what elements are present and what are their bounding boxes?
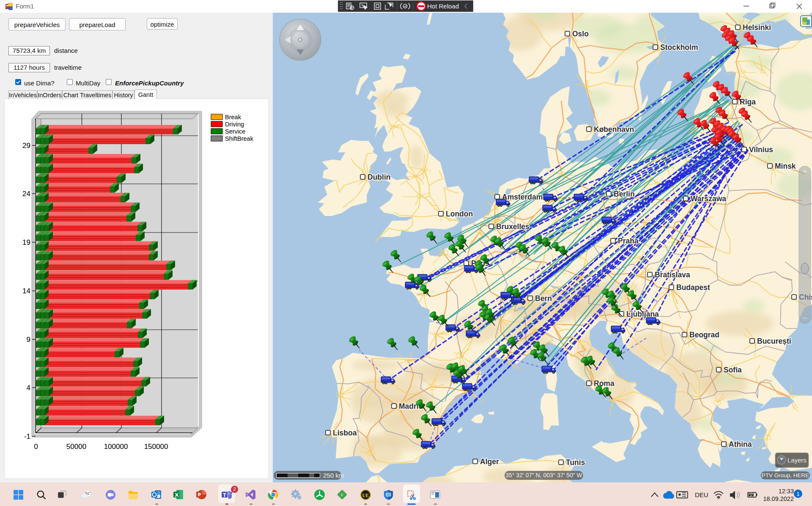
svg-text:12:33: 12:33: [779, 488, 794, 495]
svg-text:0: 0: [34, 443, 38, 451]
svg-text:London: London: [446, 210, 473, 218]
svg-text:150000: 150000: [144, 443, 168, 451]
svg-text:Budapest: Budapest: [676, 283, 710, 292]
svg-text:35° 32’ 07” N, 003° 37’ 50” W: 35° 32’ 07” N, 003° 37’ 50” W: [505, 472, 582, 479]
svg-text:-1: -1: [24, 432, 30, 440]
svg-text:Beograd: Beograd: [689, 331, 719, 339]
svg-text:Warszawa: Warszawa: [691, 194, 726, 203]
svg-text:Vilnius: Vilnius: [749, 145, 773, 154]
svg-text:Oslo: Oslo: [572, 30, 589, 38]
svg-text:Layers: Layers: [787, 457, 807, 464]
svg-text:Hot Reload: Hot Reload: [427, 3, 459, 10]
svg-text:DEU: DEU: [695, 491, 708, 498]
svg-text:Bratislava: Bratislava: [655, 271, 690, 279]
svg-text:Roma: Roma: [594, 379, 614, 388]
svg-text:Tunis: Tunis: [566, 458, 585, 467]
svg-text:–: –: [802, 313, 807, 322]
svg-text:14: 14: [22, 287, 30, 295]
svg-text:29: 29: [22, 142, 30, 150]
svg-text:București: București: [757, 337, 791, 345]
svg-text:+: +: [803, 167, 807, 176]
svg-text:1: 1: [796, 491, 799, 497]
svg-text:Service: Service: [225, 128, 245, 135]
svg-text:19: 19: [22, 238, 30, 246]
svg-text:Amsterdam: Amsterdam: [502, 193, 543, 201]
svg-text:Praha: Praha: [618, 237, 639, 245]
svg-text:F: F: [341, 493, 343, 497]
svg-text:Dublin: Dublin: [368, 173, 390, 181]
svg-text:9: 9: [27, 336, 30, 344]
svg-text:50000: 50000: [66, 443, 86, 451]
svg-text:Rīga: Rīga: [740, 98, 756, 106]
svg-text:Sofia: Sofia: [724, 366, 742, 374]
svg-text:UE: UE: [362, 492, 369, 498]
svg-text:Alger: Alger: [480, 457, 499, 466]
svg-text:Bern: Bern: [535, 294, 552, 303]
svg-text:Minsk: Minsk: [775, 162, 796, 170]
svg-text:Helsinki: Helsinki: [743, 23, 771, 32]
svg-text:Driving: Driving: [225, 121, 244, 128]
svg-text:Stockholm: Stockholm: [660, 43, 698, 52]
svg-text:PTV Group, HERE: PTV Group, HERE: [762, 472, 809, 479]
svg-text:4: 4: [27, 384, 30, 392]
svg-text:100000: 100000: [104, 443, 128, 451]
svg-text:250 km: 250 km: [323, 472, 344, 479]
svg-text:Berlin: Berlin: [614, 190, 635, 198]
svg-text:24: 24: [22, 190, 30, 198]
svg-text:18.09.2022: 18.09.2022: [763, 495, 794, 502]
svg-text:Break: Break: [225, 114, 241, 120]
svg-text:Ljubljana: Ljubljana: [626, 310, 659, 318]
svg-text:ShiftBreak: ShiftBreak: [225, 135, 254, 142]
svg-text:Lisboa: Lisboa: [333, 429, 357, 437]
svg-text:Bruxelles: Bruxelles: [496, 222, 529, 231]
svg-text:Athina: Athina: [729, 440, 752, 449]
svg-text:København: København: [594, 125, 634, 134]
